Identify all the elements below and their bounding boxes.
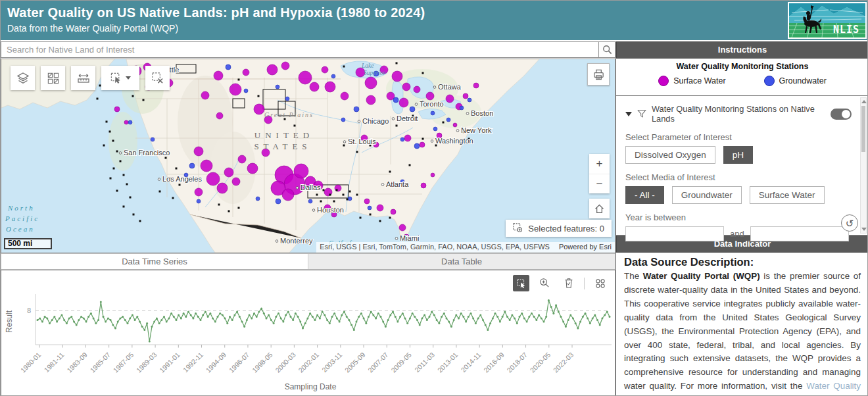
zoom-out-button[interactable]: − — [589, 174, 610, 193]
desc-p2: is the premier source of discrete water-… — [624, 271, 861, 391]
measure-icon — [77, 72, 90, 84]
legend-label-surface: Surface Water — [673, 76, 725, 86]
attribution-text: Esri, USGS | Esri, TomTom, Garmin, FAO, … — [320, 243, 550, 251]
parameter-button-ph[interactable]: pH — [723, 146, 753, 164]
filter-title: Water Quality Monitoring Stations on Nat… — [652, 104, 825, 124]
app-window: Water Quality on US Native Lands: pH and… — [0, 0, 868, 396]
instructions-header[interactable]: Instructions — [616, 41, 868, 59]
svg-text:New York: New York — [461, 126, 492, 134]
chart-zoom-icon — [539, 278, 550, 289]
basemap-gallery-button[interactable] — [41, 66, 65, 90]
scroll-thumb[interactable] — [861, 106, 865, 152]
media-button-groundwater[interactable]: Groundwater — [672, 186, 742, 204]
svg-text:Boston: Boston — [471, 109, 493, 117]
media-button-surface-water[interactable]: Surface Water — [750, 186, 825, 204]
app-header: Water Quality on US Native Lands: pH and… — [1, 1, 868, 40]
nlis-logo: NLIS — [788, 2, 867, 39]
svg-text:Toronto: Toronto — [420, 100, 444, 108]
layers-button[interactable] — [11, 66, 35, 90]
svg-text:2013-01: 2013-01 — [436, 351, 460, 374]
select-icon — [110, 72, 122, 84]
map-label-ocean-1: North — [7, 204, 35, 212]
svg-text:Miami: Miami — [400, 234, 419, 242]
surface-water-dot-icon — [658, 76, 669, 86]
parameter-button-dissolved-oxygen[interactable]: Dissolved Oxygen — [625, 146, 715, 164]
svg-text:Houston: Houston — [317, 206, 344, 214]
search-icon — [602, 45, 612, 55]
selected-features-icon — [513, 223, 523, 234]
collapse-caret-icon[interactable] — [625, 112, 632, 116]
measure-button[interactable] — [71, 66, 95, 90]
svg-text:1994-09: 1994-09 — [204, 351, 228, 374]
year-label: Year is between — [625, 212, 852, 222]
selected-features-badge[interactable]: Selected features: 0 — [506, 220, 612, 237]
media-button-all[interactable]: - All - — [625, 186, 664, 204]
svg-text:1992-11: 1992-11 — [181, 351, 205, 374]
description-body: The Water Quality Portal (WQP) is the pr… — [624, 270, 861, 396]
svg-text:8: 8 — [27, 307, 31, 314]
legend-title: Water Quality Monitoring Stations — [616, 62, 868, 71]
scale-bar: 500 mi — [4, 238, 52, 249]
svg-text:1991-01: 1991-01 — [158, 351, 181, 374]
toolbar-divider — [584, 278, 585, 289]
map-label-ocean-2: Pacific — [5, 214, 39, 222]
svg-text:Ottawa: Ottawa — [438, 83, 462, 91]
zoom-in-button[interactable]: + — [589, 154, 610, 174]
scroll-up-icon[interactable] — [861, 100, 867, 103]
desc-p1: The — [624, 271, 643, 281]
svg-text:Dallas: Dallas — [301, 184, 321, 191]
four-circles-icon — [595, 278, 606, 289]
scroll-down-icon[interactable] — [861, 228, 867, 231]
svg-text:2014-11: 2014-11 — [459, 351, 482, 374]
svg-text:1989-03: 1989-03 — [135, 351, 158, 374]
map-attribution: Esri, USGS | Esri, TomTom, Garmin, FAO, … — [316, 242, 615, 253]
chart-clear-icon — [564, 278, 574, 289]
map-label-united: UNITED — [254, 130, 314, 140]
year-from-input[interactable] — [625, 226, 724, 241]
filter-enable-toggle[interactable] — [831, 109, 852, 120]
svg-text:Monterrey: Monterrey — [280, 237, 313, 245]
svg-text:1996-07: 1996-07 — [228, 351, 251, 374]
chart-toolbar — [513, 275, 608, 291]
time-series-chart-section: 8 1980-011981-111983-091985-071987-05198… — [1, 270, 615, 396]
page-subtitle: Data from the Water Quality Portal (WQP) — [7, 23, 868, 34]
right-panel: Instructions Water Quality Monitoring St… — [615, 41, 868, 396]
nlis-logo-image: NLIS — [789, 3, 865, 37]
chart-clear-selection-button[interactable] — [560, 275, 577, 291]
year-and-text: and — [730, 229, 744, 239]
basemap-gallery-icon — [47, 72, 59, 84]
selected-features-text: Selected features: 0 — [528, 224, 604, 234]
svg-text:1987-05: 1987-05 — [112, 351, 135, 374]
svg-text:1983-09: 1983-09 — [65, 351, 89, 374]
select-tool-button[interactable] — [101, 66, 139, 90]
tab-data-table[interactable]: Data Table — [308, 254, 615, 269]
tab-data-time-series[interactable]: Data Time Series — [1, 254, 308, 269]
layers-icon — [16, 72, 30, 85]
map-label-ocean-3: Ocean — [6, 225, 35, 233]
map-toolbar — [11, 66, 170, 90]
svg-text:San Francisco: San Francisco — [124, 149, 170, 157]
filter-scrollbar[interactable] — [860, 97, 867, 234]
search-bar — [1, 41, 615, 58]
year-to-input[interactable] — [750, 226, 849, 241]
y-axis-title: Result — [5, 310, 14, 333]
map-section: SeattleOttawaTorontoBostonNew YorkDetroi… — [1, 59, 615, 253]
chart-select-tool-button[interactable] — [513, 275, 529, 291]
chart-features-button[interactable] — [592, 275, 608, 291]
print-button[interactable] — [587, 63, 610, 86]
svg-text:Washington: Washington — [435, 137, 473, 145]
svg-text:1980-01: 1980-01 — [19, 351, 43, 374]
svg-text:2011-03: 2011-03 — [413, 351, 436, 374]
search-button[interactable] — [598, 42, 615, 57]
filter-funnel-icon — [637, 109, 646, 118]
chart-select-icon — [516, 278, 527, 289]
groundwater-dot-icon — [764, 76, 775, 86]
svg-text:2009-05: 2009-05 — [389, 351, 413, 374]
reset-filter-button[interactable]: ↺ — [841, 214, 858, 232]
svg-text:2000-03: 2000-03 — [274, 351, 297, 374]
search-input[interactable] — [1, 42, 598, 57]
chart-zoom-button[interactable] — [537, 275, 553, 291]
clear-selection-button[interactable] — [145, 66, 170, 90]
home-extent-button[interactable] — [589, 199, 610, 218]
svg-text:2018-07: 2018-07 — [505, 351, 529, 374]
